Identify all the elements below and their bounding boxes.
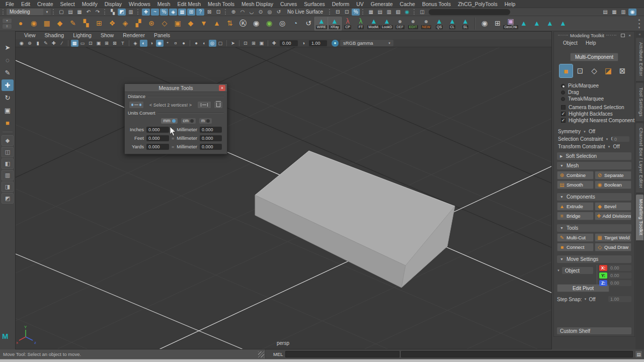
poly-flip[interactable]: ⇅ <box>223 17 236 31</box>
tab-tool-settings[interactable]: Tool Settings <box>636 83 643 122</box>
radio-drag[interactable]: Drag <box>561 89 634 96</box>
menu-item[interactable]: Edit Mesh <box>174 0 204 8</box>
grip-handle[interactable] <box>3 9 5 15</box>
poly-inset[interactable]: ◈ <box>119 17 132 31</box>
menu-item[interactable]: Cache <box>396 0 419 8</box>
snap-to-view-planes[interactable]: ▦ <box>178 9 186 16</box>
axis-orientation-row[interactable]: ▼ Object <box>557 267 593 274</box>
snap-to-curves[interactable]: ~ <box>151 9 159 16</box>
menu-item[interactable]: Windows <box>125 0 154 8</box>
face-mode[interactable]: ◪ <box>602 64 615 77</box>
exposure-icon[interactable]: ✚ <box>271 40 278 47</box>
render-current-frame[interactable]: ⊟ <box>334 9 342 16</box>
value-field[interactable]: 0.000 <box>146 135 169 141</box>
maya-shelf-2[interactable]: ▲ <box>530 17 543 31</box>
step-snap-row[interactable]: Step Snap: ▼ Off 1.00 <box>557 296 631 302</box>
make-object-live[interactable]: ⊞ <box>187 9 195 16</box>
maya-shelf-3[interactable]: ▲ <box>543 17 556 31</box>
scroll-down-icon[interactable]: ▼ <box>638 26 641 29</box>
check-highlight-backfaces[interactable]: Highlight Backfaces <box>561 111 634 117</box>
check-camera-based-selection[interactable]: Camera Based Selection <box>561 104 634 111</box>
poly-edge-tool[interactable]: ◇ <box>158 17 171 31</box>
axis-value-field[interactable]: 0.00 <box>608 280 631 286</box>
viewport-renderer[interactable]: ◎ <box>209 40 216 47</box>
ipr-render[interactable]: ⊡ <box>343 9 351 16</box>
poly-smooth-sphere[interactable]: ◉ <box>27 17 40 31</box>
viewport-canvas[interactable]: Y x z persp <box>16 47 551 349</box>
wire-shelf-button[interactable]: ▲ WIRE <box>315 17 328 31</box>
menu-item[interactable]: Mesh Display <box>238 0 277 8</box>
menu-item[interactable]: Edit <box>18 0 34 8</box>
menu-item[interactable]: Modify <box>78 0 101 8</box>
panel-menu-item[interactable]: Shading <box>40 32 69 39</box>
connect-button[interactable]: ■Connect <box>557 243 594 251</box>
menu-item[interactable]: Generate <box>367 0 396 8</box>
menu-item[interactable]: Help <box>501 0 519 8</box>
construction-history-toggle[interactable]: ↺ <box>275 9 283 16</box>
construction-history-4[interactable]: ⊙ <box>257 9 265 16</box>
texture-ball[interactable]: ◉ <box>250 17 263 31</box>
isolate-select[interactable]: ➤ <box>229 40 237 47</box>
boolean-button[interactable]: ◉Boolean <box>595 180 631 189</box>
rotate-tool[interactable]: ↻ <box>2 92 14 104</box>
paint-select-tool[interactable]: ✎ <box>2 67 14 78</box>
components-section-header[interactable]: ▼ Components <box>557 193 631 201</box>
textured-display[interactable]: ◑ <box>148 40 155 47</box>
select-hierarchy-mode[interactable]: ▚ <box>109 9 117 16</box>
film-gate[interactable]: ▭ <box>79 40 87 47</box>
safe-action[interactable]: ⊠ <box>111 40 119 47</box>
bookmarks[interactable]: ▮ <box>34 40 42 47</box>
delete-measure-button[interactable] <box>214 101 223 109</box>
construction-history-2[interactable]: ◠ <box>238 9 247 16</box>
use-all-lights[interactable]: ◉ <box>156 40 164 47</box>
menu-item[interactable]: Deform <box>329 0 353 8</box>
menu-item[interactable]: Display <box>101 0 125 8</box>
construction-history-5[interactable]: ◎ <box>266 9 274 16</box>
wireframe-display[interactable]: ◈ <box>132 40 139 47</box>
poly-grid[interactable]: ⊞ <box>93 17 106 31</box>
grid-toggle[interactable]: ▦ <box>71 40 78 47</box>
menu-item[interactable]: UV <box>353 0 367 8</box>
transform-constraint-row[interactable]: Transform Constraint ▼ Off <box>558 143 634 150</box>
gamma-field[interactable]: 1.00 <box>309 40 327 46</box>
construction-history-1[interactable]: ⊕ <box>229 9 237 16</box>
ramp-ball[interactable]: ◉ <box>263 17 276 31</box>
step-size-field[interactable]: 1.00 <box>608 296 631 302</box>
toggle-tool-settings[interactable]: ▦ <box>610 9 618 16</box>
menu-item[interactable]: File <box>2 0 18 8</box>
new-shelf-button[interactable]: ● NEW <box>420 17 433 31</box>
display-layer-1[interactable]: ▦ <box>367 9 375 16</box>
display-layer-2[interactable]: ▤ <box>376 9 384 16</box>
shader-ball[interactable]: ◎ <box>276 17 289 31</box>
dialog-titlebar[interactable]: Measure Tools x <box>125 84 227 92</box>
measure-distance-button[interactable] <box>129 101 144 109</box>
unit-toggle[interactable]: m <box>199 118 212 124</box>
axis-value-field[interactable]: 0.00 <box>608 265 631 271</box>
open-scene[interactable]: ▤ <box>66 9 74 16</box>
snap-to-projected-center[interactable]: ◈ <box>169 9 177 16</box>
anti-aliasing[interactable]: ● <box>193 40 200 47</box>
resolution-gate[interactable]: ⊡ <box>87 40 95 47</box>
camera-attributes[interactable]: ⊛ <box>26 40 34 47</box>
menu-set-dropdown[interactable]: Modeling ▼ <box>7 9 51 15</box>
extrude-button[interactable]: ▲Extrude <box>557 202 594 211</box>
poly-face-tool[interactable]: ▣ <box>171 17 184 31</box>
undo[interactable]: ↶ <box>85 9 93 16</box>
axis-value-field[interactable]: 0.00 <box>608 273 631 279</box>
panel-menu-item[interactable]: Help <box>583 39 599 47</box>
gate-mask[interactable]: ▣ <box>95 40 103 47</box>
image-plane[interactable]: ✎ <box>42 40 50 47</box>
xray-toggle[interactable]: ⊡ <box>242 40 250 47</box>
check-highlight-nearest-component[interactable]: Highlight Nearest Component <box>561 117 634 124</box>
value-field[interactable]: 0.000 <box>146 127 169 133</box>
poly-diamond[interactable]: ◆ <box>53 17 66 31</box>
soft-selection-header[interactable]: ▶ Soft Selection <box>557 152 631 160</box>
view-transform-dropdown[interactable]: sRGB gamma ▼ <box>340 40 393 46</box>
uv-mode[interactable]: ⊠ <box>616 64 629 77</box>
layout-four-pane[interactable]: ◫ <box>2 147 14 157</box>
panel-menu-item[interactable]: Panels <box>149 32 175 39</box>
separate-button[interactable]: ⊘Separate <box>595 171 631 179</box>
radio-pick-marquee[interactable]: Pick/Marquee <box>561 82 634 89</box>
geochk-shelf-button[interactable]: ▣ GeoChk <box>504 17 517 31</box>
snap-to-points[interactable]: % <box>160 9 168 16</box>
